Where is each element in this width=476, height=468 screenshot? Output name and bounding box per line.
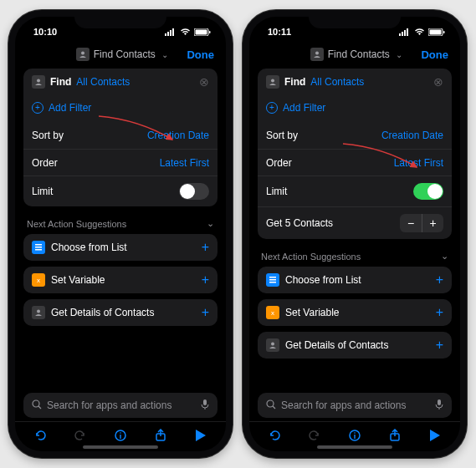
share-button[interactable]: [149, 429, 172, 442]
contacts-icon: [266, 75, 279, 89]
svg-line-15: [38, 406, 41, 409]
suggestion-choose-from-list[interactable]: Choose from List +: [258, 267, 452, 293]
limit-row: Limit: [23, 176, 218, 206]
navbar: Find Contacts ⌄ Done: [15, 42, 226, 69]
mic-icon[interactable]: [435, 398, 443, 413]
order-row[interactable]: Order Latest First: [258, 149, 452, 176]
redo-button: [303, 429, 326, 442]
notch: [309, 10, 401, 28]
contacts-app-icon: [76, 48, 90, 61]
svg-text:x: x: [271, 309, 274, 317]
share-button[interactable]: [383, 429, 407, 442]
add-suggestion-icon[interactable]: +: [202, 240, 209, 255]
sort-by-row[interactable]: Sort by Creation Date: [23, 122, 218, 149]
nav-title[interactable]: Find Contacts ⌄: [310, 48, 402, 61]
sort-by-value[interactable]: Creation Date: [147, 130, 209, 141]
find-row[interactable]: Find All Contacts ⊗: [258, 69, 452, 95]
svg-rect-5: [196, 29, 207, 34]
plus-circle-icon: +: [32, 102, 44, 114]
clear-icon[interactable]: ⊗: [433, 75, 443, 89]
find-row[interactable]: Find All Contacts ⊗: [23, 69, 218, 95]
suggestions-header-label: Next Action Suggestions: [27, 219, 126, 229]
suggestion-label: Choose from List: [285, 274, 361, 286]
svg-rect-2: [170, 30, 171, 36]
search-placeholder: Search for apps and actions: [281, 399, 430, 411]
find-label: Find: [50, 76, 71, 88]
undo-button[interactable]: [28, 429, 52, 442]
play-icon: [430, 430, 440, 441]
suggestion-choose-from-list[interactable]: Choose from List +: [23, 234, 218, 261]
order-label: Order: [32, 157, 58, 169]
signal-icon: [399, 28, 411, 36]
content-area: Find All Contacts ⊗ + Add Filter Sort by…: [249, 69, 460, 393]
run-button[interactable]: [189, 430, 212, 441]
suggestion-set-variable[interactable]: xSet Variable +: [258, 299, 452, 326]
screen: 10:11 Find Contacts ⌄ Done Find: [249, 17, 460, 451]
search-placeholder: Search for apps and actions: [47, 399, 196, 411]
redo-button: [69, 429, 92, 442]
search-bar[interactable]: Search for apps and actions: [258, 393, 452, 418]
svg-rect-26: [430, 29, 442, 34]
search-bar[interactable]: Search for apps and actions: [23, 393, 218, 418]
nav-title-text: Find Contacts: [328, 48, 390, 60]
variable-icon: x: [266, 306, 279, 319]
plus-circle-icon: +: [266, 102, 278, 114]
add-suggestion-icon[interactable]: +: [436, 338, 443, 353]
info-button[interactable]: [343, 429, 366, 442]
svg-rect-24: [407, 28, 408, 36]
order-value[interactable]: Latest First: [160, 157, 209, 169]
svg-point-14: [33, 400, 39, 407]
svg-rect-21: [399, 33, 401, 36]
info-button[interactable]: [109, 429, 132, 442]
sort-by-value[interactable]: Creation Date: [381, 130, 443, 141]
find-target[interactable]: All Contacts: [310, 76, 364, 88]
phone-frame-left: 10:10 Find Contacts ⌄ Done Find: [8, 10, 233, 458]
search-icon: [32, 398, 42, 413]
suggestions-header[interactable]: Next Action Suggestions ⌄: [23, 215, 218, 234]
wifi-icon: [414, 28, 425, 36]
mic-icon[interactable]: [201, 398, 209, 413]
contacts-app-icon: [310, 48, 324, 61]
undo-button[interactable]: [263, 429, 286, 442]
add-filter-button[interactable]: + Add Filter: [258, 95, 452, 122]
nav-title[interactable]: Find Contacts ⌄: [76, 48, 168, 61]
play-icon: [196, 430, 206, 441]
count-stepper[interactable]: − +: [400, 214, 443, 232]
sort-by-label: Sort by: [32, 130, 64, 141]
stepper-plus-button[interactable]: +: [422, 214, 443, 232]
list-icon: [32, 241, 45, 254]
order-value[interactable]: Latest First: [394, 157, 443, 169]
content-area: Find All Contacts ⊗ + Add Filter Sort by…: [15, 69, 226, 393]
chevron-down-icon: ⌄: [207, 218, 214, 229]
limit-row: Limit: [258, 176, 452, 206]
home-indicator[interactable]: [83, 445, 158, 449]
stepper-minus-button[interactable]: −: [400, 214, 422, 232]
navbar: Find Contacts ⌄ Done: [249, 42, 460, 69]
home-indicator[interactable]: [317, 445, 392, 449]
add-suggestion-icon[interactable]: +: [436, 272, 443, 287]
add-suggestion-icon[interactable]: +: [202, 305, 209, 320]
svg-rect-10: [35, 247, 42, 248]
find-target[interactable]: All Contacts: [76, 76, 130, 88]
done-button[interactable]: Done: [421, 48, 448, 61]
add-filter-button[interactable]: + Add Filter: [23, 95, 218, 122]
svg-rect-16: [203, 399, 207, 405]
svg-rect-3: [172, 28, 174, 36]
run-button[interactable]: [423, 430, 447, 441]
suggestion-get-details[interactable]: Get Details of Contacts +: [23, 299, 218, 326]
limit-toggle[interactable]: [179, 183, 209, 200]
order-row[interactable]: Order Latest First: [23, 149, 218, 176]
suggestion-get-details[interactable]: Get Details of Contacts +: [258, 332, 452, 359]
status-time: 10:10: [33, 27, 57, 37]
add-suggestion-icon[interactable]: +: [202, 272, 209, 287]
sort-by-row[interactable]: Sort by Creation Date: [258, 122, 452, 149]
suggestion-set-variable[interactable]: xSet Variable +: [23, 267, 218, 293]
add-filter-label: Add Filter: [283, 102, 325, 114]
svg-point-18: [120, 432, 121, 434]
clear-icon[interactable]: ⊗: [199, 75, 209, 89]
suggestions-header[interactable]: Next Action Suggestions ⌄: [258, 247, 452, 267]
limit-toggle[interactable]: [413, 183, 443, 200]
add-suggestion-icon[interactable]: +: [436, 305, 443, 320]
done-button[interactable]: Done: [187, 48, 214, 61]
svg-point-35: [267, 400, 274, 407]
